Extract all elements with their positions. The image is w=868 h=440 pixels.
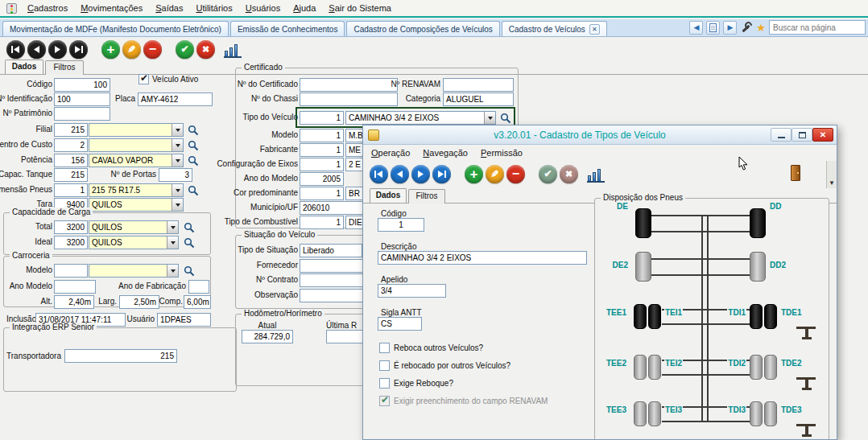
comp-field[interactable]: 6,00m [184,295,211,309]
popup-menu-navegacao[interactable]: Navegação [416,147,474,158]
pages-button[interactable] [706,21,720,35]
renavam-field[interactable] [443,78,514,92]
codigo-field[interactable]: 100 [54,78,110,92]
hodometro-atual-field[interactable]: 284.729,0 [242,330,293,343]
previous-record-button[interactable] [27,40,46,59]
menu-usuarios[interactable]: Usuários [239,2,287,14]
forward-button[interactable]: ▶ [723,21,737,35]
delete-button[interactable]: − [143,40,162,59]
popup-cancel-button[interactable]: ✖ [560,165,578,183]
popup-first-record-button[interactable] [370,165,388,183]
num-portas-field[interactable]: 3 [159,168,192,182]
popup-codigo-field[interactable]: 1 [378,218,424,232]
popup-sigla-antt-field[interactable]: CS [378,317,422,331]
chevron-down-icon[interactable] [172,199,183,211]
dimensao-pneus-lookup-button[interactable] [186,183,200,197]
larg-field[interactable]: 2,50m [119,295,159,309]
capac-tanque-field[interactable]: 215 [54,168,88,182]
dimensao-pneus-combo[interactable]: 215 75 R17.5 [89,183,184,197]
total-combo[interactable]: QUILOS [89,220,179,234]
back-button[interactable]: ◀ [689,21,703,35]
identificacao-field[interactable]: 100 [54,93,110,106]
popup-chart-button[interactable] [587,166,605,183]
star-icon[interactable]: ★ [756,23,766,33]
patrimonio-field[interactable] [54,107,110,121]
minimize-button[interactable] [771,128,792,142]
next-record-button[interactable] [48,40,67,59]
ideal-code-field[interactable]: 3200 [54,236,88,249]
chevron-down-icon[interactable] [167,265,178,277]
ano-fabricacao-field[interactable] [188,280,209,294]
chevron-down-icon[interactable] [484,112,495,124]
potencia-combo[interactable]: CAVALO VAPOR [89,154,184,167]
popup-descricao-field[interactable]: CAMINHAO 3/4 2 EIXOS [378,251,587,265]
ano-do-modelo-field[interactable]: 2005 [300,172,344,186]
tara-combo[interactable]: QUILOS [89,198,184,212]
reboca-checkbox[interactable] [379,343,390,353]
cancel-button[interactable]: ✖ [196,40,215,59]
chevron-down-icon[interactable] [172,154,183,167]
popup-titlebar[interactable]: v3.20.01 - Cadastro de Tipos de Veículo … [363,125,837,145]
tab-cadastro-composicoes[interactable]: Cadastro de Composições de Veículos [346,21,499,36]
tipo-veiculo-code-field[interactable]: 1 [300,111,344,125]
tab-dados[interactable]: Dados [5,60,43,74]
ideal-lookup-button[interactable] [182,236,196,249]
centro-custo-lookup-button[interactable] [186,138,200,152]
menu-movimentacoes[interactable]: Movimentações [74,2,149,14]
veiculo-ativo-checkbox[interactable] [138,74,149,84]
wrench-icon[interactable] [740,21,753,34]
chevron-down-icon[interactable] [172,124,183,136]
chevron-down-icon[interactable] [172,184,183,196]
carroceria-modelo-code-field[interactable] [54,264,88,278]
tipo-veiculo-lookup-button[interactable] [498,111,512,125]
potencia-lookup-button[interactable] [186,154,200,167]
combustivel-code-field[interactable]: 1 [300,216,344,229]
centro-custo-code-field[interactable]: 2 [54,138,88,152]
popup-last-record-button[interactable] [432,165,451,183]
num-certificado-field[interactable] [300,78,398,92]
tab-cadastro-veiculos[interactable]: Cadastro de Veículos✕ [502,21,607,36]
tab-movimentacao-mdfe[interactable]: Movimentação de MDFe (Manifesto Document… [2,21,229,36]
menu-ajuda[interactable]: Ajuda [287,2,322,14]
chassi-field[interactable] [300,93,398,106]
dimensao-pneus-code-field[interactable]: 1 [54,183,88,197]
filial-combo[interactable] [89,123,184,137]
ideal-combo[interactable]: QUILOS [89,236,179,249]
cert-modelo-code-field[interactable]: 1 [300,129,344,142]
tab-emissao-conhecimentos[interactable]: Emissão de Conhecimentos [230,21,345,36]
exit-door-button[interactable] [790,164,803,182]
fabricante-code-field[interactable]: 1 [300,143,344,157]
centro-custo-combo[interactable] [89,138,184,152]
placa-field[interactable]: AMY-4612 [138,93,213,106]
edit-button[interactable]: ✎ [122,40,141,59]
transportadora-field[interactable]: 215 [64,349,177,363]
chevron-down-icon[interactable] [167,221,178,233]
total-code-field[interactable]: 3200 [54,220,88,234]
popup-add-button[interactable]: + [465,165,483,183]
popup-delete-button[interactable]: − [506,165,525,183]
first-record-button[interactable] [6,40,25,59]
filial-code-field[interactable]: 215 [54,123,88,137]
tab-filtros[interactable]: Filtros [45,60,84,75]
maximize-button[interactable] [792,128,812,142]
menu-sair[interactable]: Sair do Sistema [322,2,398,14]
toolbar-overflow-button[interactable]: ▼ [826,161,837,188]
carroceria-modelo-lookup-button[interactable] [182,264,196,278]
tipo-situacao-field[interactable]: Liberado [300,244,362,257]
rebocado-checkbox[interactable] [379,360,390,371]
total-lookup-button[interactable] [182,220,196,234]
popup-confirm-button[interactable]: ✔ [539,165,557,183]
confirm-button[interactable]: ✔ [176,40,194,59]
popup-previous-record-button[interactable] [391,165,409,183]
chevron-down-icon[interactable] [167,236,178,249]
popup-menu-permissao[interactable]: Permissão [474,147,529,158]
categoria-field[interactable]: ALUGUEL [443,93,514,106]
tipo-veiculo-combo[interactable]: CAMINHAO 3/4 2 EIXOS [345,111,496,125]
last-record-button[interactable] [69,40,88,59]
cor-code-field[interactable]: 1 [300,187,344,200]
menu-cadastros[interactable]: Cadastros [21,2,74,14]
exige-reboque-checkbox[interactable] [379,378,390,389]
potencia-code-field[interactable]: 156 [54,154,88,167]
popup-tab-dados[interactable]: Dados [370,188,407,203]
close-icon[interactable]: ✕ [589,24,600,35]
